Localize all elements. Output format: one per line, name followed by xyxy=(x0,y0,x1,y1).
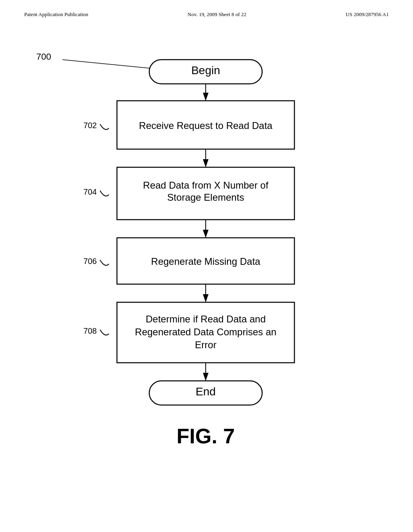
svg-text:Read Data from X Number of: Read Data from X Number of xyxy=(143,180,269,191)
svg-text:Error: Error xyxy=(195,339,216,350)
svg-text:FIG. 7: FIG. 7 xyxy=(177,424,235,448)
svg-text:Determine if Read Data and: Determine if Read Data and xyxy=(146,314,266,324)
svg-text:Storage Elements: Storage Elements xyxy=(167,192,244,203)
svg-text:Regenerated Data Comprises an: Regenerated Data Comprises an xyxy=(135,326,277,337)
svg-text:708: 708 xyxy=(83,326,97,335)
svg-text:702: 702 xyxy=(83,121,97,130)
svg-text:704: 704 xyxy=(83,187,97,196)
svg-text:Regenerate Missing Data: Regenerate Missing Data xyxy=(151,256,261,267)
svg-text:706: 706 xyxy=(83,257,97,266)
flowchart-svg: Begin Receive Request to Read Data 702 R… xyxy=(0,0,413,484)
svg-text:Receive Request to Read Data: Receive Request to Read Data xyxy=(139,120,273,131)
svg-text:End: End xyxy=(196,385,216,398)
svg-text:Begin: Begin xyxy=(191,64,220,77)
